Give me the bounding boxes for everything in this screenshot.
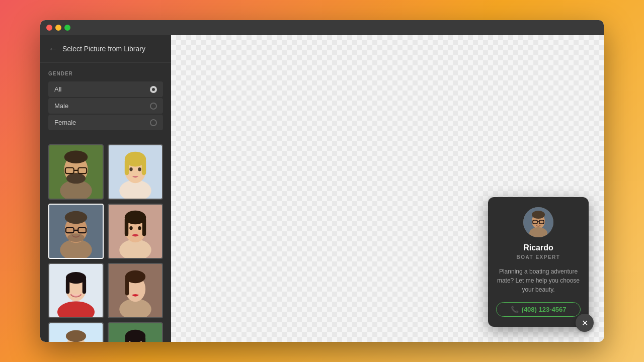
photo-item-8[interactable] (108, 322, 163, 342)
back-button[interactable]: ← (48, 44, 57, 53)
gender-option-female[interactable]: Female (48, 115, 163, 130)
fullscreen-light[interactable] (64, 25, 70, 31)
svg-rect-52 (125, 336, 129, 342)
gender-option-all[interactable]: All (48, 81, 163, 97)
profile-avatar (523, 207, 553, 237)
traffic-lights (46, 25, 70, 31)
svg-point-20 (65, 211, 88, 224)
profile-description: Planning a boating adventure mate? Let m… (496, 267, 581, 294)
radio-dot-male (150, 103, 157, 110)
svg-point-15 (129, 167, 132, 171)
photo-item-4[interactable] (108, 204, 163, 259)
minimize-light[interactable] (55, 25, 61, 31)
svg-point-4 (64, 151, 88, 163)
svg-rect-29 (125, 217, 128, 236)
svg-rect-53 (142, 336, 145, 342)
gender-option-male[interactable]: Male (48, 98, 163, 114)
titlebar (40, 20, 604, 35)
svg-point-56 (532, 211, 545, 219)
phone-icon: 📞 (511, 306, 519, 313)
svg-point-31 (129, 226, 132, 230)
close-icon: ✕ (582, 318, 588, 328)
window-body: ← Select Picture from Library GENDER All… (40, 35, 604, 342)
photo-item-5[interactable] (48, 263, 104, 318)
app-window: ← Select Picture from Library GENDER All… (40, 20, 604, 342)
svg-point-5 (66, 173, 86, 184)
photo-grid (40, 138, 171, 342)
radio-dot-female (150, 119, 157, 126)
photo-item-6[interactable] (108, 263, 163, 318)
radio-dot-all (150, 86, 157, 93)
profile-role: BOAT EXPERT (517, 254, 560, 260)
sidebar-header: ← Select Picture from Library (40, 35, 171, 63)
photo-item-2[interactable] (108, 144, 163, 200)
svg-rect-14 (142, 159, 146, 175)
profile-name: Ricardo (523, 243, 553, 252)
svg-rect-13 (125, 159, 129, 175)
filter-label: GENDER (48, 71, 163, 76)
svg-point-32 (138, 226, 141, 230)
photo-item-3[interactable] (48, 204, 104, 259)
svg-rect-37 (66, 278, 69, 294)
close-card-button[interactable]: ✕ (576, 314, 594, 332)
photo-item-7[interactable] (48, 322, 104, 342)
gender-filter-group: All Male Female (48, 81, 163, 130)
phone-number: (408) 123-4567 (522, 306, 567, 313)
filter-section: GENDER All Male Female (40, 63, 171, 138)
svg-point-16 (138, 167, 141, 171)
sidebar-title: Select Picture from Library (62, 45, 145, 53)
profile-phone[interactable]: 📞 (408) 123-4567 (496, 302, 581, 317)
profile-card: Ricardo BOAT EXPERT Planning a boating a… (488, 197, 589, 327)
close-light[interactable] (46, 25, 52, 31)
photo-item-1[interactable] (48, 144, 104, 200)
sidebar: ← Select Picture from Library GENDER All… (40, 35, 171, 342)
svg-rect-30 (142, 217, 146, 236)
svg-point-47 (66, 330, 86, 342)
svg-rect-38 (83, 278, 86, 294)
svg-rect-43 (125, 277, 129, 295)
main-content: Ricardo BOAT EXPERT Planning a boating a… (171, 35, 604, 342)
